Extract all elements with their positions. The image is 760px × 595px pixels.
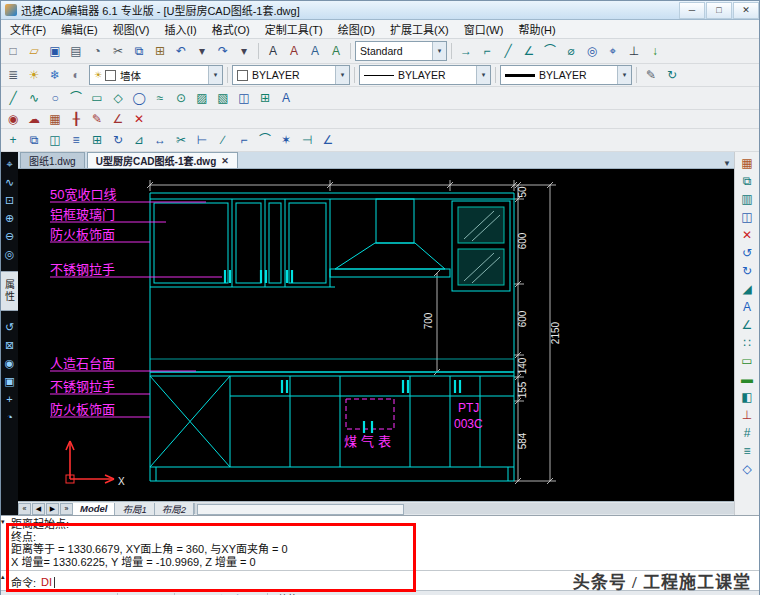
visual-style-icon[interactable]: ◔ bbox=[2, 409, 18, 426]
match-properties-icon[interactable]: ▥ bbox=[737, 190, 757, 207]
zoom-extents-icon[interactable]: ◎ bbox=[2, 246, 18, 263]
chevron-down-icon[interactable]: ▾ bbox=[208, 66, 222, 84]
text-style-manager-icon[interactable]: A bbox=[263, 42, 283, 61]
dim-aligned-icon[interactable]: ╱ bbox=[498, 42, 518, 61]
menu-file[interactable]: 文件(F) bbox=[3, 20, 53, 38]
maximize-button[interactable]: □ bbox=[706, 2, 732, 19]
delete-icon[interactable]: ✕ bbox=[737, 226, 757, 243]
print-preview-icon[interactable]: ◔ bbox=[87, 42, 107, 61]
prev-layout-button[interactable]: ◀ bbox=[32, 503, 45, 515]
trim-icon[interactable]: ✂ bbox=[171, 131, 191, 150]
circle-icon[interactable]: ○ bbox=[45, 89, 65, 108]
diamond-tool-icon[interactable]: ◇ bbox=[737, 460, 757, 477]
copy-object-icon[interactable]: ⧉ bbox=[24, 131, 44, 150]
save-icon[interactable]: ▣ bbox=[45, 42, 65, 61]
spline-icon[interactable]: ≈ bbox=[150, 89, 170, 108]
text-icon[interactable]: A bbox=[276, 89, 296, 108]
copy-icon[interactable]: ⧉ bbox=[129, 42, 149, 61]
menu-view[interactable]: 视图(V) bbox=[106, 20, 157, 38]
undo-icon[interactable]: ↶ bbox=[171, 42, 191, 61]
explode-icon[interactable]: ✶ bbox=[276, 131, 296, 150]
chamfer-icon[interactable]: ⌐ bbox=[234, 131, 254, 150]
gradient-icon[interactable]: ▧ bbox=[213, 89, 233, 108]
last-layout-button[interactable]: » bbox=[60, 503, 73, 515]
layer-list-icon[interactable]: ≡ bbox=[737, 442, 757, 459]
paste-special-icon[interactable]: ⧉ bbox=[737, 172, 757, 189]
region-icon[interactable]: ◧ bbox=[737, 388, 757, 405]
zoom-out-icon[interactable]: ⊖ bbox=[2, 228, 18, 245]
open-file-icon[interactable]: ▱ bbox=[24, 42, 44, 61]
menu-edit[interactable]: 编辑(E) bbox=[54, 20, 105, 38]
menu-draw[interactable]: 绘图(D) bbox=[331, 20, 382, 38]
ellipse-icon[interactable]: ◯ bbox=[129, 89, 149, 108]
point-array-icon[interactable]: ∷ bbox=[737, 334, 757, 351]
offset-icon[interactable]: ≡ bbox=[66, 131, 86, 150]
tab-kitchen-drawing[interactable]: U型厨房CAD图纸-1套.dwg ✕ bbox=[87, 152, 238, 168]
new-file-icon[interactable]: □ bbox=[3, 42, 23, 61]
redo-view-icon[interactable]: ↻ bbox=[737, 262, 757, 279]
insert-table-icon[interactable]: ▦ bbox=[737, 154, 757, 171]
divide-icon[interactable]: ╂ bbox=[66, 112, 86, 127]
revision-cloud-icon[interactable]: ☁ bbox=[24, 112, 44, 127]
hatch-icon[interactable]: ▨ bbox=[192, 89, 212, 108]
zoom-realtime-icon[interactable]: ∿ bbox=[2, 174, 18, 191]
match-properties-icon[interactable]: ↻ bbox=[662, 66, 682, 85]
menu-express-tools[interactable]: 扩展工具(X) bbox=[383, 20, 456, 38]
close-tab-icon[interactable]: ✕ bbox=[221, 156, 229, 166]
ortho-mode-icon[interactable]: ⊥ bbox=[624, 42, 644, 61]
chevron-down-icon[interactable]: ▾ bbox=[335, 66, 349, 84]
horizontal-scrollbar[interactable] bbox=[194, 503, 734, 514]
layer-on-icon[interactable]: ☀ bbox=[24, 66, 44, 85]
fillet-icon[interactable]: ⌒ bbox=[255, 131, 275, 150]
single-line-text-icon[interactable]: A bbox=[284, 42, 304, 61]
move-icon[interactable]: + bbox=[3, 131, 23, 150]
menu-window[interactable]: 窗口(W) bbox=[457, 20, 511, 38]
tab-sheet1[interactable]: 图纸1.dwg bbox=[20, 152, 85, 168]
layer-select[interactable]: ☀ 墙体 ▾ bbox=[89, 65, 223, 85]
chevron-down-icon[interactable]: ▾ bbox=[476, 66, 490, 84]
first-layout-button[interactable]: « bbox=[18, 503, 31, 515]
orbit-icon[interactable]: ◉ bbox=[2, 355, 18, 372]
zoom-realtime-icon[interactable]: ◎ bbox=[582, 42, 602, 61]
pan-icon[interactable]: ⌖ bbox=[2, 156, 18, 173]
text-style-select[interactable]: Standard ▾ bbox=[355, 41, 447, 61]
mirror-icon[interactable]: ◫ bbox=[45, 131, 65, 150]
dim-angular-icon[interactable]: ∠ bbox=[519, 42, 539, 61]
rectangle-icon[interactable]: ▭ bbox=[87, 89, 107, 108]
menu-help[interactable]: 帮助(H) bbox=[511, 20, 562, 38]
erase-icon[interactable]: ✕ bbox=[129, 112, 149, 127]
point-icon[interactable]: ⊙ bbox=[171, 89, 191, 108]
minimize-button[interactable]: ─ bbox=[679, 2, 705, 19]
angle-measure-icon[interactable]: ∠ bbox=[737, 316, 757, 333]
scale-icon[interactable]: ⊿ bbox=[129, 131, 149, 150]
break-icon[interactable]: ∕ bbox=[213, 131, 233, 150]
dim-arc-icon[interactable]: ⌒ bbox=[540, 42, 560, 61]
dim-diameter-icon[interactable]: ⌀ bbox=[561, 42, 581, 61]
extend-icon[interactable]: ⊢ bbox=[192, 131, 212, 150]
menu-format[interactable]: 格式(O) bbox=[205, 20, 257, 38]
print-icon[interactable]: ▤ bbox=[66, 42, 86, 61]
table-icon[interactable]: ⊞ bbox=[255, 89, 275, 108]
drawing-canvas[interactable]: 50 600 600 140 155 584 2150 700 bbox=[18, 169, 734, 501]
scrollbar-thumb[interactable] bbox=[197, 504, 404, 515]
undo-history-caret-icon[interactable]: ▾ bbox=[192, 42, 212, 61]
tab-list-caret-icon[interactable]: ▼ bbox=[720, 159, 734, 168]
zoom-in-icon[interactable]: ⊕ bbox=[2, 210, 18, 227]
multiline-text-icon[interactable]: A bbox=[305, 42, 325, 61]
perpendicular-icon[interactable]: ⊥ bbox=[737, 406, 757, 423]
cut-icon[interactable]: ✂ bbox=[108, 42, 128, 61]
command-splitter-icon[interactable]: ▴ bbox=[1, 573, 5, 580]
zoom-window-icon[interactable]: ⊡ bbox=[2, 192, 18, 209]
line-icon[interactable]: ╱ bbox=[3, 89, 23, 108]
command-splitter-icon[interactable]: ▾ bbox=[1, 518, 5, 525]
spell-check-icon[interactable]: A bbox=[326, 42, 346, 61]
block-editor-icon[interactable]: ◫ bbox=[737, 208, 757, 225]
zoom-all-icon[interactable]: ⊠ bbox=[2, 337, 18, 354]
redraw-icon[interactable]: + bbox=[2, 391, 18, 408]
chevron-down-icon[interactable]: ▾ bbox=[617, 66, 631, 84]
menu-custom-tools[interactable]: 定制工具(T) bbox=[258, 20, 330, 38]
properties-panel-tab[interactable]: 属性 bbox=[1, 271, 19, 311]
chevron-down-icon[interactable]: ▾ bbox=[432, 42, 446, 60]
align-icon[interactable]: ◢ bbox=[737, 280, 757, 297]
tab-model[interactable]: Model bbox=[73, 503, 115, 515]
